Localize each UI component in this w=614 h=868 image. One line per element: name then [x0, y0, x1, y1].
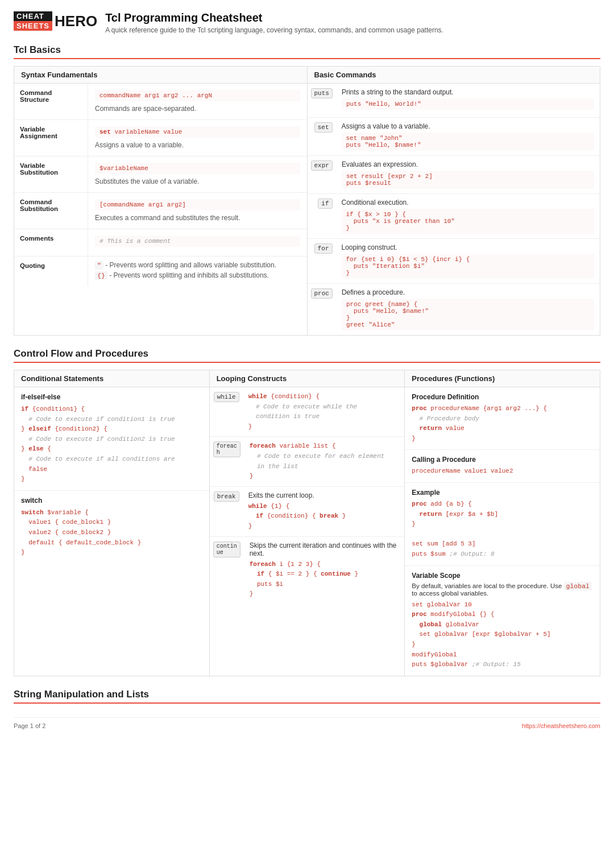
lc-content-continue: Skips the current iteration and continue… [244, 537, 405, 604]
code-variable-substitution: $variableName [95, 163, 300, 174]
looping-col-header: Looping Constructs [210, 370, 405, 387]
syntax-row-variable-substitution: Variable Substitution $variableName Subs… [14, 156, 307, 193]
tcl-basics-title: Tcl Basics [14, 44, 600, 59]
lc-badge-while: while [210, 387, 243, 407]
break-badge: break [214, 491, 239, 502]
continue-code: foreach i {1 2 3} { if { $i == 2 } { con… [250, 560, 399, 600]
page-header: CHEAT SHEETS HERO Tcl Programming Cheats… [14, 11, 600, 34]
control-flow-table: Conditional Statements if-elseif-else if… [14, 370, 600, 676]
page-number: Page 1 of 2 [14, 722, 45, 729]
cmd-row-for: for Looping construct. for {set i 0} {$i… [308, 239, 600, 284]
lc-content-foreach: foreach variable list { # Code to execut… [244, 437, 405, 486]
proc-definition-block: Procedure Definition proc procedureName … [405, 387, 600, 450]
page-subtitle: A quick reference guide to the Tcl scrip… [105, 26, 443, 34]
expr-desc: Evaluates an expression. [342, 160, 594, 168]
syntax-row-command-structure: Command Structure commandName arg1 arg2 … [14, 84, 307, 120]
proc-example-code: proc add {a b} { return [expr $a + $b] }… [412, 499, 593, 560]
code-variable-assignment: set variableName value [95, 126, 300, 138]
procedures-col-header: Procedures (Functions) [405, 370, 600, 387]
syntax-label-command-substitution: Command Substitution [14, 193, 88, 229]
cmd-content-set: Assigns a value to a variable. set name … [336, 118, 600, 155]
set-code: set name "John"puts "Hello, $name!" [342, 133, 595, 151]
string-section-title: String Manipulation and Lists [14, 689, 600, 704]
proc-badge: proc [311, 288, 333, 299]
cmd-content-puts: Prints a string to the standard output. … [336, 84, 600, 114]
switch-label: switch [21, 497, 202, 505]
syntax-col-header: Syntax Fundamentals [14, 67, 307, 84]
continue-badge: continue [213, 542, 240, 557]
for-code: for {set i 0} {$i < 5} {incr i} { puts "… [342, 254, 595, 279]
proc-desc: Defines a procedure. [342, 288, 594, 296]
continue-desc: Skips the current iteration and continue… [250, 542, 399, 557]
syntax-row-quoting: Quoting " - Prevents word splitting and … [14, 257, 307, 286]
looping-col: Looping Constructs while while {conditio… [210, 370, 405, 676]
desc-variable-assignment: Assigns a value to a variable. [95, 141, 300, 149]
syntax-label-quoting: Quoting [14, 257, 88, 286]
set-desc: Assigns a value to a variable. [342, 122, 595, 130]
lc-content-break: Exits the current loop. while {1} { if {… [243, 487, 405, 536]
cmd-row-set: set Assigns a value to a variable. set n… [308, 118, 600, 156]
lc-row-foreach: foreach foreach variable list { # Code t… [210, 437, 405, 486]
syntax-content-quoting: " - Prevents word splitting and allows v… [88, 257, 307, 286]
conditional-col: Conditional Statements if-elseif-else if… [14, 370, 210, 676]
logo-sheets: SHEETS [14, 21, 52, 31]
foreach-badge: foreach [213, 441, 240, 457]
cmd-row-proc: proc Defines a procedure. proc greet {na… [308, 284, 600, 335]
header-text: Tcl Programming Cheatsheet A quick refer… [105, 11, 443, 34]
switch-block: switch switch $variable { value1 { code_… [14, 491, 209, 564]
cmd-content-if: Conditional execution. if { $x > 10 } { … [336, 194, 600, 238]
scope-code: set globalVar 10 proc modifyGlobal {} { … [412, 600, 593, 670]
conditional-col-header: Conditional Statements [14, 370, 209, 387]
cmd-badge-expr: expr [308, 156, 336, 175]
cmd-row-if: if Conditional execution. if { $x > 10 }… [308, 194, 600, 239]
proc-definition-code: proc procedureName {arg1 arg2 ...} { # P… [412, 404, 593, 444]
code-command-structure: commandName arg1 arg2 ... argN [95, 90, 300, 101]
syntax-content-command-structure: commandName arg1 arg2 ... argN Commands … [88, 84, 307, 119]
proc-definition-label: Procedure Definition [412, 393, 593, 401]
cmd-row-expr: expr Evaluates an expression. set result… [308, 156, 600, 194]
syntax-row-command-substitution: Command Substitution [commandName arg1 a… [14, 193, 307, 229]
cmd-badge-puts: puts [308, 84, 336, 103]
if-label: if-elseif-else [21, 393, 202, 401]
code-comments: # This is a comment [95, 235, 300, 247]
if-code: if { $x > 10 } { puts "x is greater than… [342, 209, 595, 234]
cmd-content-for: Looping construct. for {set i 0} {$i < 5… [336, 239, 600, 283]
puts-badge: puts [311, 88, 333, 98]
if-desc: Conditional execution. [342, 199, 595, 206]
desc-command-structure: Commands are space-separated. [95, 105, 300, 113]
proc-calling-label: Calling a Procedure [412, 456, 593, 464]
desc-command-substitution: Executes a command and substitutes the r… [95, 214, 300, 222]
desc-quoting-2: {} - Prevents word splitting and inhibit… [95, 271, 300, 279]
if-block: if-elseif-else if {condition1} { # Code … [14, 387, 209, 491]
logo-cheat: CHEAT [14, 11, 52, 21]
syntax-label-variable-assignment: Variable Assignment [14, 120, 88, 156]
if-badge: if [318, 199, 332, 209]
puts-desc: Prints a string to the standard output. [342, 88, 594, 96]
syntax-content-variable-assignment: set variableName value Assigns a value t… [88, 120, 307, 156]
syntax-content-variable-substitution: $variableName Substitutes the value of a… [88, 156, 307, 192]
puts-code: puts "Hello, World!" [342, 98, 594, 110]
footer-url[interactable]: https://cheatsheetshero.com [522, 722, 600, 729]
syntax-row-comments: Comments # This is a comment [14, 229, 307, 257]
break-code: while {1} { if {condition} { break } } [248, 502, 399, 532]
break-desc: Exits the current loop. [248, 491, 399, 499]
syntax-label-variable-substitution: Variable Substitution [14, 156, 88, 192]
while-badge: while [214, 392, 239, 402]
commands-col-header: Basic Commands [308, 67, 600, 84]
lc-badge-foreach: foreach [210, 437, 244, 462]
syntax-content-comments: # This is a comment [88, 229, 307, 256]
code-command-substitution: [commandName arg1 arg2] [95, 199, 300, 210]
for-desc: Looping construct. [342, 243, 595, 251]
desc-quoting-1: " - Prevents word splitting and allows v… [95, 261, 300, 269]
proc-example-block: Example proc add {a b} { return [expr $a… [405, 483, 600, 566]
expr-badge: expr [311, 160, 333, 171]
cmd-badge-set: set [308, 118, 336, 137]
switch-code: switch $variable { value1 { code_block1 … [21, 508, 202, 558]
scope-desc: By default, variables are local to the p… [412, 582, 593, 597]
syntax-row-variable-assignment: Variable Assignment set variableName val… [14, 120, 307, 156]
lc-badge-break: break [210, 487, 243, 506]
footer: Page 1 of 2 https://cheatsheetshero.com [14, 717, 600, 729]
basics-table: Syntax Fundamentals Command Structure co… [14, 66, 600, 336]
if-code: if {condition1} { # Code to execute if c… [21, 404, 202, 485]
logo-hero: HERO [55, 13, 97, 30]
